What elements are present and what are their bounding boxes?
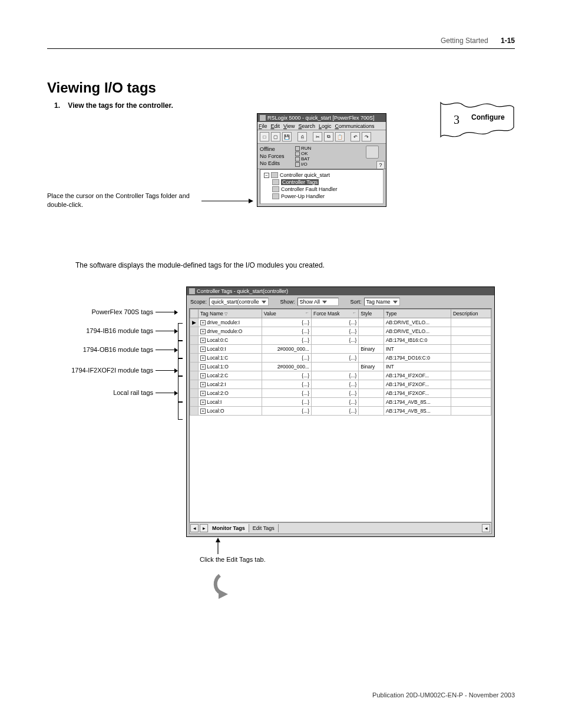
- toolbar-paste-icon[interactable]: 📋: [335, 132, 345, 141]
- io-checkbox[interactable]: [295, 162, 300, 167]
- tree-powerup-handler[interactable]: Power-Up Handler: [262, 193, 382, 200]
- table-row[interactable]: + Local:O{...}{...}AB:1794_AVB_8S...: [190, 407, 491, 416]
- cell-force[interactable]: {...}: [311, 371, 358, 380]
- cell-desc[interactable]: [451, 389, 491, 398]
- expand-icon[interactable]: +: [200, 400, 206, 405]
- table-row[interactable]: + Local:1:C{...}{...}AB:1794_DO16:C:0: [190, 354, 491, 363]
- cell-tagname[interactable]: + Local:1:C: [199, 354, 262, 363]
- cell-tagname[interactable]: + Local:2:O: [199, 389, 262, 398]
- cell-style[interactable]: [359, 398, 384, 407]
- cell-style[interactable]: [359, 389, 384, 398]
- expand-icon[interactable]: +: [200, 409, 206, 414]
- col-tagname[interactable]: Tag Name ▽: [199, 309, 262, 318]
- cell-tagname[interactable]: + Local:O: [199, 407, 262, 416]
- show-select[interactable]: Show All: [297, 298, 339, 306]
- cell-style[interactable]: Binary: [359, 345, 384, 354]
- expand-icon[interactable]: +: [200, 347, 206, 352]
- col-style[interactable]: Style: [359, 309, 384, 318]
- expand-icon[interactable]: +: [200, 364, 206, 370]
- tree-root[interactable]: − Controller quick_start: [262, 172, 382, 179]
- table-row[interactable]: + Local:0:C{...}{...}AB:1794_IB16:C:0: [190, 336, 491, 345]
- col-desc[interactable]: Description: [451, 309, 491, 318]
- expand-icon[interactable]: +: [200, 391, 206, 396]
- cell-force[interactable]: {...}: [311, 389, 358, 398]
- key-switch-icon[interactable]: [366, 146, 379, 159]
- hscroll-left-icon[interactable]: ◂: [482, 524, 490, 532]
- toolbar-open-icon[interactable]: ▢: [271, 132, 280, 141]
- cell-desc[interactable]: [451, 318, 491, 327]
- toolbar-save-icon[interactable]: 💾: [282, 132, 292, 141]
- cell-style[interactable]: [359, 327, 384, 336]
- cell-tagname[interactable]: + Local:2:C: [199, 371, 262, 380]
- cell-value[interactable]: {...}: [262, 398, 311, 407]
- cell-force[interactable]: {...}: [311, 407, 358, 416]
- cell-tagname[interactable]: + Local:2:I: [199, 380, 262, 389]
- cell-force[interactable]: {...}: [311, 398, 358, 407]
- tab-scroll-left-icon[interactable]: ◂: [190, 524, 199, 532]
- expand-icon[interactable]: +: [200, 373, 206, 378]
- toolbar-undo-icon[interactable]: ↶: [351, 132, 360, 141]
- expand-icon[interactable]: +: [200, 320, 206, 325]
- cell-desc[interactable]: [451, 398, 491, 407]
- toolbar-redo-icon[interactable]: ↷: [362, 132, 371, 141]
- ok-checkbox[interactable]: [295, 151, 300, 156]
- col-type[interactable]: Type: [384, 309, 451, 318]
- menu-file[interactable]: File: [259, 123, 267, 129]
- tree-fault-handler[interactable]: Controller Fault Handler: [262, 186, 382, 193]
- expand-icon[interactable]: +: [200, 329, 206, 334]
- cell-value[interactable]: {...}: [262, 407, 311, 416]
- cell-desc[interactable]: [451, 345, 491, 354]
- expand-icon[interactable]: +: [200, 338, 206, 343]
- cell-force[interactable]: [311, 363, 358, 371]
- collapse-icon[interactable]: −: [264, 173, 269, 178]
- cell-desc[interactable]: [451, 363, 491, 371]
- help-icon[interactable]: ?: [376, 161, 385, 169]
- cell-value[interactable]: {...}: [262, 354, 311, 363]
- cell-force[interactable]: {...}: [311, 318, 358, 327]
- cell-force[interactable]: {...}: [311, 336, 358, 345]
- cell-tagname[interactable]: + drive_module:I: [199, 318, 262, 327]
- col-mark[interactable]: [190, 309, 199, 318]
- menu-edit[interactable]: Edit: [271, 123, 280, 129]
- cell-desc[interactable]: [451, 380, 491, 389]
- cell-style[interactable]: [359, 336, 384, 345]
- cell-force[interactable]: {...}: [311, 380, 358, 389]
- table-row[interactable]: + Local:2:I{...}{...}AB:1794_IF2XOF...: [190, 380, 491, 389]
- tree-controller-tags[interactable]: Controller Tags: [262, 179, 382, 186]
- table-row[interactable]: + drive_module:O{...}{...}AB:DRIVE_VELO.…: [190, 327, 491, 336]
- cell-tagname[interactable]: + Local:0:C: [199, 336, 262, 345]
- rslogix-titlebar[interactable]: RSLogix 5000 - quick_start [PowerFlex 70…: [257, 114, 386, 122]
- cell-value[interactable]: {...}: [262, 318, 311, 327]
- cell-desc[interactable]: [451, 354, 491, 363]
- menu-search[interactable]: Search: [298, 123, 315, 129]
- table-row[interactable]: + Local:1:O2#0000_000...BinaryINT: [190, 363, 491, 371]
- toolbar-copy-icon[interactable]: ⧉: [324, 132, 333, 141]
- cell-desc[interactable]: [451, 371, 491, 380]
- cell-style[interactable]: [359, 354, 384, 363]
- table-row[interactable]: + Local:0:I2#0000_000...BinaryINT: [190, 345, 491, 354]
- cell-value[interactable]: {...}: [262, 371, 311, 380]
- cell-value[interactable]: {...}: [262, 380, 311, 389]
- cell-value[interactable]: {...}: [262, 327, 311, 336]
- menu-comms[interactable]: Communications: [335, 123, 374, 129]
- cell-value[interactable]: 2#0000_000...: [262, 345, 311, 354]
- table-row[interactable]: + Local:2:C{...}{...}AB:1794_IF2XOF...: [190, 371, 491, 380]
- ctags-titlebar[interactable]: Controller Tags - quick_start(controller…: [187, 287, 494, 295]
- cell-force[interactable]: {...}: [311, 354, 358, 363]
- scope-select[interactable]: quick_start(controlle: [209, 298, 269, 306]
- sort-select[interactable]: Tag Name: [364, 298, 400, 306]
- cell-value[interactable]: {...}: [262, 389, 311, 398]
- cell-desc[interactable]: [451, 336, 491, 345]
- menu-logic[interactable]: Logic: [319, 123, 332, 129]
- cell-desc[interactable]: [451, 327, 491, 336]
- col-value[interactable]: Value ←: [262, 309, 311, 318]
- cell-value[interactable]: 2#0000_000...: [262, 363, 311, 371]
- toolbar-print-icon[interactable]: ⎙: [297, 132, 307, 141]
- expand-icon[interactable]: +: [200, 355, 206, 361]
- cell-style[interactable]: [359, 371, 384, 380]
- col-force[interactable]: Force Mask ←: [311, 309, 358, 318]
- cell-desc[interactable]: [451, 407, 491, 416]
- cell-tagname[interactable]: + Local:I: [199, 398, 262, 407]
- toolbar-new-icon[interactable]: □: [260, 132, 269, 141]
- cell-value[interactable]: {...}: [262, 336, 311, 345]
